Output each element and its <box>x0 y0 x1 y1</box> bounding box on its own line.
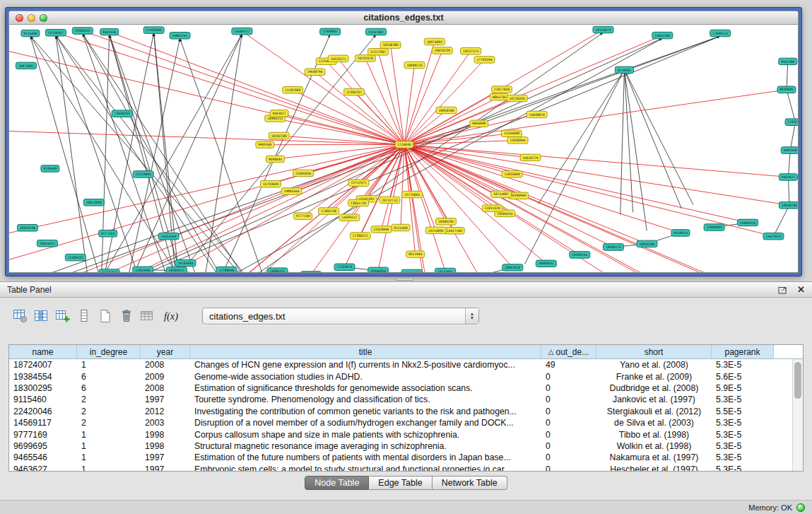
graph-node[interactable]: 15758447 <box>45 29 66 35</box>
graph-node[interactable]: 16728203 <box>507 95 527 101</box>
graph-node[interactable]: 19648794 <box>779 202 798 209</box>
graph-node[interactable]: 12368807 <box>320 28 341 35</box>
network-canvas[interactable]: 1503084416610729118350091019696918724007… <box>8 25 799 273</box>
close-window-button[interactable] <box>16 14 23 22</box>
graph-node[interactable]: 22429069 <box>133 171 153 177</box>
table-select-dropdown[interactable]: citations_edges.txt ▲ ▼ <box>202 308 479 325</box>
graph-node[interactable]: 9235489 <box>41 165 59 172</box>
graph-node[interactable]: 20965635 <box>72 28 93 34</box>
graph-node[interactable]: 18724007 <box>491 191 512 197</box>
column-header-pagerank[interactable]: pagerank <box>712 345 774 358</box>
graph-node[interactable]: 14475676 <box>763 233 784 239</box>
graph-node[interactable]: 9463627 <box>779 174 797 180</box>
graph-node[interactable]: 9664698 <box>470 120 488 127</box>
graph-node[interactable]: 19546856 <box>368 267 389 272</box>
table-row[interactable]: 969969511998Structural magnetic resonanc… <box>9 440 803 452</box>
graph-node[interactable]: 20185684 <box>175 259 196 266</box>
graph-node[interactable]: 10974893 <box>424 38 445 45</box>
graph-node[interactable]: 20292670 <box>355 55 375 62</box>
graph-node[interactable]: 18316873 <box>593 26 613 33</box>
table-row[interactable]: 2242004622012Investigating the contribut… <box>9 406 803 417</box>
graph-node[interactable]: 21605850 <box>293 170 313 176</box>
graph-node[interactable]: 13630263 <box>112 110 132 117</box>
graph-node[interactable]: 18940174 <box>603 244 623 250</box>
delete-table-icon[interactable] <box>116 306 137 326</box>
graph-node[interactable]: 22712971 <box>348 180 369 186</box>
column-header-short[interactable]: short <box>596 345 712 358</box>
graph-node[interactable]: 20583631 <box>536 260 556 267</box>
graph-node[interactable]: 11813320 <box>482 205 502 211</box>
graph-node[interactable]: 10391209 <box>401 269 422 272</box>
close-panel-icon[interactable]: ✕ <box>797 285 805 294</box>
graph-node[interactable]: 17703594 <box>474 57 495 63</box>
graph-node[interactable]: 14862241 <box>170 33 190 39</box>
table-row[interactable]: 1456911722003Disruption of a novel membe… <box>9 417 803 428</box>
graph-node[interactable]: 13841720 <box>348 199 369 206</box>
graph-node[interactable]: 15776805 <box>402 191 423 197</box>
graph-node[interactable]: 17284978 <box>334 264 355 270</box>
graph-node[interactable]: 20732713 <box>379 197 400 203</box>
graph-node[interactable]: 10090576 <box>404 62 425 68</box>
graph-node[interactable]: 19648794 <box>305 69 325 75</box>
graph-node[interactable]: 12303767 <box>344 88 365 95</box>
graph-node[interactable]: 15164088 <box>501 130 522 136</box>
graph-node[interactable]: 21877858 <box>491 86 512 93</box>
new-table-icon[interactable] <box>95 306 116 326</box>
graph-node[interactable]: 12788040 <box>216 267 237 272</box>
graph-node[interactable]: 18724007 <box>435 268 456 272</box>
graph-node[interactable]: 17380521 <box>350 233 370 239</box>
graph-node[interactable]: 9465546 <box>781 147 798 153</box>
graph-node[interactable]: 12859765 <box>301 271 322 272</box>
graph-node[interactable]: 21932497 <box>785 119 798 125</box>
graph-node[interactable]: 22389433 <box>65 254 86 260</box>
graph-node[interactable]: 9699695 <box>266 156 284 162</box>
tab-network-table[interactable]: Network Table <box>433 476 507 490</box>
graph-node[interactable]: 20013609 <box>83 199 104 206</box>
zoom-window-button[interactable] <box>40 14 47 22</box>
graph-node[interactable]: 9559914 <box>671 230 690 236</box>
tab-node-table[interactable]: Node Table <box>305 476 369 490</box>
table-row[interactable]: 977716911998Corpus callosum shape and si… <box>9 428 803 440</box>
graph-node[interactable]: 9611944 <box>406 251 425 257</box>
graph-node[interactable]: 9401536 <box>100 28 119 35</box>
new-column-icon[interactable] <box>52 306 73 326</box>
graph-node[interactable]: 15214695 <box>425 227 446 233</box>
minimize-window-button[interactable] <box>28 14 35 22</box>
graph-node[interactable]: 20919708 <box>17 224 37 230</box>
graph-node[interactable]: 13996993 <box>704 224 724 230</box>
graph-node[interactable]: 20874882 <box>16 62 36 69</box>
graph-node[interactable]: 10644311 <box>37 240 57 246</box>
graph-node[interactable]: 9465546 <box>256 141 274 148</box>
graph-node[interactable]: 15793609 <box>260 180 281 187</box>
float-panel-icon[interactable] <box>778 286 787 294</box>
graph-node[interactable]: 1724046 <box>395 141 413 148</box>
column-header-year[interactable]: year <box>141 345 190 358</box>
graph-node[interactable]: 19885444 <box>281 188 302 194</box>
table-mode-icon[interactable] <box>10 306 31 326</box>
column-header-out-degree[interactable]: △ out_de... <box>541 345 596 358</box>
graph-node[interactable]: 19384554 <box>570 252 590 258</box>
graph-node[interactable]: 12217987 <box>368 49 389 55</box>
graph-node[interactable]: 22420046 <box>371 226 392 233</box>
graph-node[interactable]: 15247487 <box>366 28 387 35</box>
graph-node[interactable]: 14048870 <box>526 111 547 117</box>
graph-node[interactable]: 9115460 <box>392 224 410 230</box>
graph-node[interactable]: 18592288 <box>269 132 289 139</box>
graph-node[interactable]: 12063606 <box>133 267 153 272</box>
graph-node[interactable]: 11835009 <box>502 171 522 177</box>
graph-node[interactable]: 20639230 <box>432 47 452 54</box>
graph-node[interactable]: 21471059 <box>99 269 119 272</box>
table-row[interactable]: 946554611997Estimation of the future num… <box>9 452 803 463</box>
graph-node[interactable]: 9777169 <box>294 213 312 219</box>
graph-node[interactable]: 20509521 <box>166 267 187 272</box>
column-header-name[interactable]: name <box>9 345 77 358</box>
table-row[interactable]: 946362711997Embryonic stem cells: a mode… <box>9 464 803 472</box>
graph-node[interactable]: 9216581 <box>615 66 633 73</box>
graph-node[interactable]: 14569117 <box>232 28 252 34</box>
graph-node[interactable]: 9699695 <box>777 86 796 93</box>
import-table-icon[interactable] <box>137 306 158 326</box>
graph-node[interactable]: 18950208 <box>436 107 457 113</box>
graph-node[interactable]: 16610729 <box>520 154 541 160</box>
graph-node[interactable]: 14432449 <box>158 233 179 239</box>
graph-node[interactable]: 11282909 <box>283 87 303 93</box>
